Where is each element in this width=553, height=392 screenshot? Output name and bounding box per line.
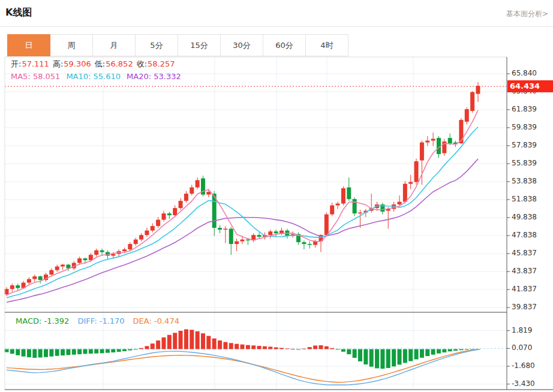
- price-axis-label: 61.839: [512, 105, 537, 113]
- price-axis-label: 41.837: [512, 285, 537, 293]
- price-axis-label: 43.837: [512, 267, 537, 275]
- tab-interval-0[interactable]: 日: [7, 34, 50, 56]
- price-axis-label: 51.838: [512, 195, 537, 203]
- ohlc-label: 低:: [95, 59, 105, 68]
- price-axis-label: 65.840: [512, 69, 537, 77]
- ohlc-legend: 开:57.111高:59.306低:56.852收:58.257: [11, 59, 179, 70]
- ohlc-label: 高:: [53, 59, 63, 68]
- macd-legend-item: MACD: -1.392: [16, 316, 69, 325]
- price-axis-label: 45.837: [512, 249, 537, 257]
- price-axis-label: 59.839: [512, 123, 537, 131]
- price-axis-label: 57.839: [512, 141, 537, 149]
- ohlc-value: 57.111: [22, 59, 49, 68]
- macd-axis-label: 1.819: [512, 326, 532, 334]
- ohlc-value: 58.257: [148, 59, 175, 68]
- macd-axis-label: -1.680: [512, 361, 535, 370]
- macd-legend: MACD: -1.392DIFF: -1.170DEA: -0.474: [16, 316, 188, 325]
- price-axis-label: 39.837: [512, 303, 537, 311]
- price-axis-label: 49.838: [512, 213, 537, 221]
- ohlc-label: 收:: [137, 59, 147, 68]
- ohlc-value: 56.852: [106, 59, 133, 68]
- last-price-badge: 64.434: [507, 80, 553, 92]
- price-axis-label: 55.839: [512, 159, 537, 167]
- price-chart-area[interactable]: [5, 57, 507, 312]
- ohlc-value: 59.306: [64, 59, 91, 68]
- ma-legend: MA5: 58.051MA10: 55.610MA20: 53.332: [11, 72, 187, 81]
- ma-legend-item: MA5: 58.051: [11, 72, 60, 81]
- macd-legend-item: DEA: -0.474: [133, 316, 179, 325]
- price-axis-label: 53.838: [512, 177, 537, 185]
- ohlc-label: 开:: [11, 59, 21, 68]
- macd-axis-label: 0.070: [512, 343, 532, 352]
- macd-legend-item: DIFF: -1.170: [77, 316, 124, 325]
- macd-axis-label: -3.430: [512, 379, 535, 388]
- ma-legend-item: MA20: 53.332: [127, 72, 181, 81]
- ma-legend-item: MA10: 55.610: [66, 72, 121, 81]
- price-axis-label: 47.838: [512, 231, 537, 239]
